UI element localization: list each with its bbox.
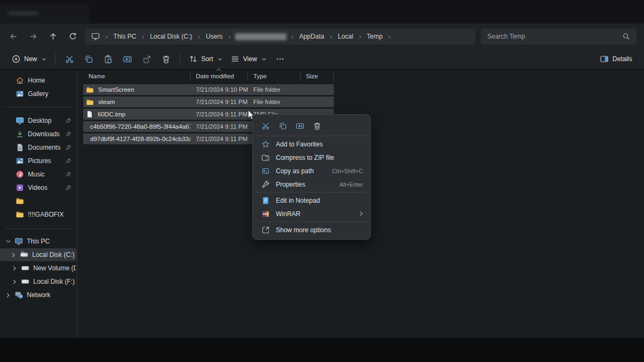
breadcrumb-username-redacted[interactable] xyxy=(235,33,287,40)
file-date: 7/21/2024 9:10 PM xyxy=(191,86,248,93)
chevron-right-icon[interactable] xyxy=(11,253,16,257)
sidebar-item-gabofix[interactable]: !!!!GABOFIX xyxy=(1,208,76,221)
sort-button[interactable]: Sort xyxy=(185,52,226,66)
sidebar-item-downloads[interactable]: Downloads xyxy=(1,128,76,141)
column-header-type[interactable]: Type xyxy=(248,72,301,80)
gallery-icon xyxy=(16,90,24,98)
breadcrumb-this-pc[interactable]: This PC xyxy=(110,32,140,41)
show-more-icon xyxy=(261,226,270,234)
chevron-down-icon xyxy=(42,58,46,61)
breadcrumb-users[interactable]: Users xyxy=(202,32,225,41)
column-header-date-modified[interactable]: Date modified xyxy=(191,72,248,80)
chevron-down-icon xyxy=(218,58,222,61)
column-header-size[interactable]: Size xyxy=(301,72,334,80)
search-box[interactable] xyxy=(481,28,636,45)
wrench-icon xyxy=(261,180,270,189)
drive-icon xyxy=(21,277,30,286)
address-bar[interactable]: › This PC › Local Disk (C:) › Users › › … xyxy=(85,28,475,45)
menu-shortcut: Alt+Enter xyxy=(340,181,363,188)
sidebar-item-gallery[interactable]: Gallery xyxy=(1,87,76,100)
chevron-right-icon[interactable] xyxy=(12,279,17,284)
menu-item-compress-to-zip[interactable]: Compress to ZIP file xyxy=(255,151,368,164)
sidebar-item-network[interactable]: Network xyxy=(1,289,76,301)
delete-button[interactable] xyxy=(309,119,325,133)
new-button[interactable]: New xyxy=(8,52,50,66)
menu-item-show-more-options[interactable]: Show more options xyxy=(255,223,368,237)
cut-button[interactable] xyxy=(257,119,274,133)
sidebar-item-local-disk-f[interactable]: Local Disk (F:) xyxy=(1,275,76,288)
details-pane-button[interactable]: Details xyxy=(596,52,636,66)
chevron-down-icon[interactable] xyxy=(5,240,11,243)
share-button[interactable] xyxy=(137,51,156,67)
sidebar-item-home[interactable]: Home xyxy=(1,74,76,87)
sidebar-item-desktop[interactable]: Desktop xyxy=(1,114,76,127)
menu-shortcut: Ctrl+Shift+C xyxy=(332,168,363,174)
sidebar-item-pictures[interactable]: Pictures xyxy=(1,154,76,167)
sidebar-item-music[interactable]: Music xyxy=(1,168,76,181)
cut-icon xyxy=(65,55,74,64)
forward-button[interactable] xyxy=(23,27,43,46)
explorer-tab[interactable] xyxy=(0,3,89,24)
delete-button[interactable] xyxy=(156,51,175,67)
sidebar-item-label: Desktop xyxy=(28,117,52,124)
star-icon xyxy=(261,140,270,149)
menu-item-winrar[interactable]: WinRAR xyxy=(255,207,368,220)
copy-button[interactable] xyxy=(274,119,291,133)
videos-icon xyxy=(16,183,24,192)
column-headers: Name Date modified Type Size xyxy=(83,70,334,82)
refresh-button[interactable] xyxy=(63,27,83,46)
sort-label: Sort xyxy=(201,55,213,63)
menu-separator xyxy=(255,136,368,136)
file-type: File folder xyxy=(248,99,301,105)
search-input[interactable] xyxy=(487,33,623,40)
up-button[interactable] xyxy=(43,27,63,46)
sidebar-item-documents[interactable]: Documents xyxy=(1,141,76,154)
breadcrumb-appdata[interactable]: AppData xyxy=(296,32,327,41)
file-row-steam[interactable]: steam 7/21/2024 9:11 PM File folder xyxy=(83,97,334,107)
menu-item-properties[interactable]: Properties Alt+Enter xyxy=(255,178,368,191)
copy-path-icon xyxy=(261,167,270,175)
sidebar-item-new-volume-d[interactable]: New Volume (D:) xyxy=(1,262,76,275)
sidebar-item-videos[interactable]: Videos xyxy=(1,181,76,194)
menu-item-copy-as-path[interactable]: Copy as path Ctrl+Shift+C xyxy=(255,164,368,178)
menu-item-edit-in-notepad[interactable]: Edit in Notepad xyxy=(255,194,368,207)
view-list-icon xyxy=(231,55,239,63)
menu-item-label: Add to Favorites xyxy=(276,141,323,148)
chevron-right-icon: › xyxy=(105,34,108,40)
breadcrumb-temp[interactable]: Temp xyxy=(364,32,386,41)
chevron-right-icon[interactable] xyxy=(12,266,17,271)
rename-button[interactable] xyxy=(118,51,137,67)
drive-icon xyxy=(21,264,30,272)
sidebar-resize-handle[interactable] xyxy=(77,70,77,338)
chevron-right-icon[interactable] xyxy=(5,293,11,298)
file-type: File folder xyxy=(248,86,301,93)
file-name: d97dbf9f-4127-4f28-892b-0c24cb33a6a... xyxy=(90,136,191,142)
sidebar-item-label: Gallery xyxy=(28,90,48,98)
more-options-button[interactable] xyxy=(270,51,290,67)
documents-icon xyxy=(16,143,24,152)
sidebar-item-folder[interactable] xyxy=(1,195,76,208)
sidebar-item-this-pc[interactable]: This PC xyxy=(1,235,76,248)
sort-icon xyxy=(189,55,197,63)
paste-icon xyxy=(104,55,113,64)
file-date: 7/21/2024 9:11 PM xyxy=(191,123,248,130)
menu-separator xyxy=(255,192,368,193)
copy-button[interactable] xyxy=(79,51,98,67)
details-pane-icon xyxy=(600,55,609,63)
menu-item-label: Properties xyxy=(276,181,305,188)
breadcrumb-local-disk-c[interactable]: Local Disk (C:) xyxy=(147,32,195,41)
column-header-name[interactable]: Name xyxy=(83,72,191,80)
copy-icon xyxy=(84,55,93,64)
paste-button[interactable] xyxy=(98,51,118,67)
file-date: 7/21/2024 9:11 PM xyxy=(191,111,248,117)
cut-button[interactable] xyxy=(60,51,79,67)
view-button[interactable]: View xyxy=(226,52,270,66)
breadcrumb-local[interactable]: Local xyxy=(334,32,356,41)
file-row-smartscreen[interactable]: SmartScreen 7/21/2024 9:10 PM File folde… xyxy=(83,84,334,95)
search-icon[interactable] xyxy=(623,33,630,40)
chevron-down-icon xyxy=(262,58,266,61)
back-button[interactable] xyxy=(3,27,23,46)
menu-item-add-to-favorites[interactable]: Add to Favorites xyxy=(255,137,368,151)
sidebar-item-local-disk-c[interactable]: Local Disk (C:) xyxy=(0,248,76,261)
rename-button[interactable] xyxy=(291,119,308,133)
